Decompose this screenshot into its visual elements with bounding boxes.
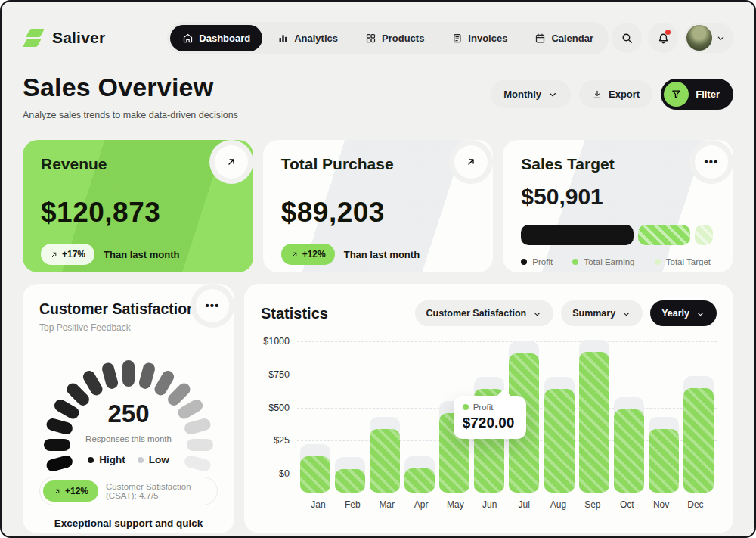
x-axis-label: Jul [509,499,539,510]
bottom-row: ••• Customer Satisfaction Top Positive F… [23,284,733,533]
notification-dot [665,30,671,35]
nav-item-dashboard[interactable]: Dashboard [170,25,262,51]
user-menu[interactable] [684,23,733,53]
filter-label: Yearly [662,308,689,319]
csat-text: Customer Satisfaction (CSAT): 4.7/5 [106,482,214,500]
search-icon [621,32,634,45]
csat-pill: +12% Customer Satisfaction (CSAT): 4.7/5 [39,477,218,505]
bar-mar [370,429,400,493]
stats-filter-customer-satisfaction[interactable]: Customer Satisfaction [415,300,554,326]
nav-item-calendar[interactable]: Calendar [522,25,606,51]
page-head: Sales Overview Analyze sales trends to m… [23,73,733,120]
nav-item-invoices[interactable]: Invoices [439,25,519,51]
bar-dec [683,388,714,493]
x-axis-label: Nov [646,499,677,510]
statistics-filters: Customer SatisfactionSummaryYearly [415,300,717,326]
page-title: Sales Overview [23,73,238,102]
brand-logo-icon [23,26,45,49]
bar-column-mar[interactable] [370,341,400,493]
legend-label: Total Earning [584,257,634,266]
period-dropdown-label: Monthly [503,89,541,100]
legend-dot [138,457,144,463]
bar-sep [579,352,609,493]
period-dropdown[interactable]: Monthly [491,80,571,108]
x-axis-label: Aug [544,499,574,510]
bar-oct [614,409,644,493]
export-button-label: Export [609,89,640,100]
sales-target-card-title: Sales Target [521,155,715,173]
avatar [686,25,712,51]
arrow-up-right-icon [50,250,58,259]
search-button[interactable] [612,23,642,53]
ellipsis-icon: ••• [206,302,220,309]
revenue-value: $120,873 [41,197,235,229]
dashboard-screen: Saliver DashboardAnalyticsProductsInvoic… [0,0,756,538]
filter-label: Summary [572,308,615,319]
revenue-trend-note: Than last month [104,249,179,260]
bar-column-aug[interactable] [544,341,575,493]
x-axis-label: Mar [372,499,402,510]
bar-jan [300,456,330,493]
stats-filter-summary[interactable]: Summary [561,300,643,326]
tooltip-series-label: Profit [473,403,494,412]
bar-column-apr[interactable] [404,341,435,493]
bar-feb [335,469,365,493]
nav-item-label: Dashboard [199,33,250,44]
customer-satisfaction-card: ••• Customer Satisfaction Top Positive F… [23,284,234,533]
satisfaction-gauge: 250 Responses this month [39,345,218,445]
brand: Saliver [23,26,105,49]
x-axis-label: Oct [612,499,642,510]
invoice-icon [451,33,463,44]
arrow-up-right-icon [290,250,299,259]
total-purchase-value: $89,203 [281,197,476,229]
export-button[interactable]: Export [579,80,652,108]
chart-plot: Profit $720.00 [297,341,717,493]
filter-button-label: Filter [696,89,720,100]
filter-button[interactable]: Filter [661,79,733,110]
bar-chart: $1000$750$500$25$0 Profit $720.00 [261,341,717,493]
x-axis-label: Sep [578,499,608,510]
bar-column-sep[interactable] [579,341,609,493]
satisfaction-footer: Exceptional support and quick responses [39,518,218,533]
stats-filter-yearly[interactable]: Yearly [650,300,717,326]
top-actions [612,23,733,53]
bar-column-dec[interactable] [683,341,714,493]
legend-label: Profit [532,257,553,266]
legend-label: Total Target [666,257,711,266]
customer-satisfaction-subtitle: Top Positive Feedback [39,322,218,333]
bar-chart-icon [277,33,289,44]
legend-item: Profit [521,257,553,266]
x-axis-label: Jan [303,499,333,510]
bar-aug [544,389,575,493]
chart-y-axis: $1000$750$500$25$0 [261,341,297,493]
bar-column-feb[interactable] [335,341,365,493]
notifications-button[interactable] [648,23,678,53]
home-icon [182,33,194,44]
bar-column-jan[interactable] [300,341,330,493]
revenue-trend-badge: +17% [41,244,94,265]
main-nav: DashboardAnalyticsProductsInvoicesCalend… [167,22,609,54]
sales-target-progress [521,225,715,245]
progress-segment-profit [521,225,634,245]
bar-column-nov[interactable] [649,341,679,493]
statistics-card: Statistics Customer SatisfactionSummaryY… [244,284,733,533]
nav-item-label: Analytics [294,33,338,44]
x-axis-label: Feb [337,499,367,510]
grid-icon [365,33,376,44]
y-axis-tick: $25 [274,435,290,446]
y-axis-tick: $1000 [263,336,290,347]
sales-target-card: ••• Sales Target $50,901 ProfitTotal Ear… [503,140,733,272]
arrow-up-right-icon [53,487,61,496]
legend-dot [655,259,661,265]
tooltip-value: $720.00 [463,415,517,431]
kpi-cards-row: Revenue $120,873 +17% Than last month To… [23,140,733,272]
tooltip-series-dot [463,404,469,410]
nav-item-analytics[interactable]: Analytics [265,25,350,51]
chevron-down-icon [696,309,705,319]
nav-item-products[interactable]: Products [353,25,436,51]
customer-satisfaction-menu-button[interactable]: ••• [196,289,229,322]
total-purchase-trend-badge: +12% [281,244,335,265]
revenue-card: Revenue $120,873 +17% Than last month [23,140,253,272]
bar-nov [649,429,679,493]
bar-column-oct[interactable] [614,341,644,493]
